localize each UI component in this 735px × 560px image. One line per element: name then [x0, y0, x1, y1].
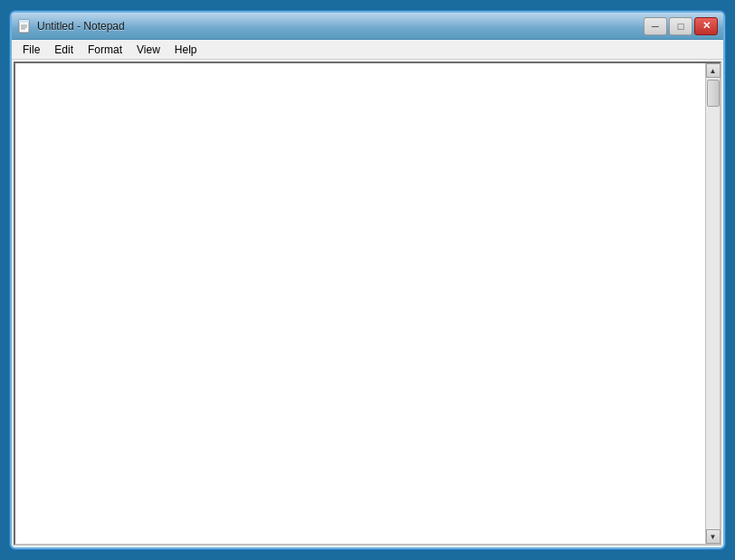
- scroll-thumb[interactable]: [707, 80, 720, 107]
- maximize-button[interactable]: □: [669, 17, 692, 35]
- scroll-down-button[interactable]: ▼: [706, 529, 721, 544]
- scroll-track[interactable]: [706, 78, 720, 529]
- menu-format[interactable]: Format: [81, 42, 129, 58]
- menu-help[interactable]: Help: [167, 42, 205, 58]
- window-title: Untitled - Notepad: [37, 20, 125, 33]
- vertical-scrollbar[interactable]: ▲ ▼: [705, 63, 720, 544]
- content-area: ▲ ▼: [14, 62, 721, 546]
- menu-bar: File Edit Format View Help: [12, 40, 723, 60]
- close-button[interactable]: ✕: [694, 17, 718, 35]
- menu-edit[interactable]: Edit: [47, 42, 81, 58]
- editor-wrapper: [15, 63, 705, 544]
- app-icon: [17, 19, 32, 33]
- title-bar: Untitled - Notepad ─ □ ✕: [12, 13, 723, 40]
- title-bar-left: Untitled - Notepad: [17, 19, 125, 33]
- notepad-window: Untitled - Notepad ─ □ ✕ File Edit Forma…: [10, 11, 725, 549]
- minimize-button[interactable]: ─: [644, 17, 667, 35]
- menu-view[interactable]: View: [129, 42, 167, 58]
- menu-file[interactable]: File: [15, 42, 47, 58]
- scroll-up-button[interactable]: ▲: [706, 63, 721, 78]
- svg-rect-1: [19, 20, 29, 23]
- window-controls: ─ □ ✕: [644, 17, 718, 35]
- text-editor[interactable]: [15, 63, 705, 544]
